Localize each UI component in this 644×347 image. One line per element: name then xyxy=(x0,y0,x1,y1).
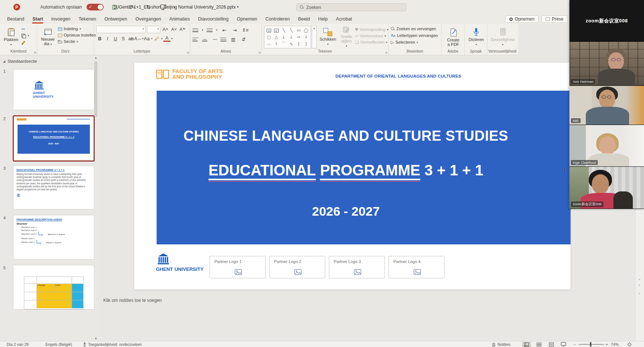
textbox-shape-icon[interactable]: A xyxy=(267,29,271,32)
paste-button[interactable]: Plakken▾ xyxy=(2,26,20,49)
curve-shape-icon[interactable]: ∿ xyxy=(289,41,293,46)
font-size-combo[interactable] xyxy=(147,26,160,33)
zoom-room-header-tile[interactable]: zoom新会议室008 xyxy=(569,0,644,42)
tab-controleren[interactable]: Controleren xyxy=(261,15,294,23)
language-indicator[interactable]: Engels (België) xyxy=(45,341,72,347)
participant-video-room008[interactable]: zoom新会议室008 xyxy=(569,167,644,209)
next-slide-icon[interactable]: ⌄ xyxy=(635,291,644,295)
zoom-slider-thumb[interactable] xyxy=(590,342,591,347)
accessibility-status[interactable]: Toegankelijkheid: onderzoeken xyxy=(83,341,142,347)
right-brace-shape-icon[interactable]: } xyxy=(305,41,307,46)
slide-canvas[interactable]: FACULTY OF ARTSAND PHILOSOPHY DEPARTMENT… xyxy=(134,63,571,290)
bullets-button[interactable] xyxy=(192,28,198,32)
participant-video-nie[interactable]: NIE xyxy=(569,86,644,125)
text-shadow-button[interactable]: S xyxy=(120,35,127,42)
slide-counter[interactable]: Dia 2 van 29 xyxy=(7,341,29,347)
layout-button[interactable]: Indeling▾ xyxy=(58,26,96,31)
zoom-level[interactable]: 74% xyxy=(611,341,619,347)
arc-shape-icon[interactable]: ⌒ xyxy=(282,41,286,46)
dictate-button[interactable]: Dicteren▾ xyxy=(467,26,486,49)
clear-formatting-button[interactable]: A𝆮 xyxy=(179,26,186,33)
character-spacing-button[interactable]: A⇔▾ xyxy=(135,35,142,42)
arrow-shape-icon[interactable]: ╲ xyxy=(290,28,293,32)
freeform-shape-icon[interactable]: ⌓ xyxy=(267,41,271,46)
font-color-button[interactable]: A xyxy=(163,36,170,42)
section-button[interactable]: Sectie▾ xyxy=(58,39,96,44)
slide-thumbnail-4[interactable]: PROGRAMME DESCRIPTION UGENT Structure - … xyxy=(13,215,94,260)
tab-invoegen[interactable]: Invoegen xyxy=(47,15,74,23)
thumbnail-scrollbar[interactable]: ▲ ▼ xyxy=(94,56,98,340)
increase-font-size-button[interactable]: A˄ xyxy=(162,26,169,33)
new-slide-button[interactable]: Nieuwedia ▾ xyxy=(40,26,56,49)
find-replace-button[interactable]: Zoeken en vervangen xyxy=(391,26,440,31)
document-title[interactable]: UGent3+1+1_EN short_Beijing Normal Unive… xyxy=(116,0,239,14)
autosave-toggle[interactable]: ✓ xyxy=(87,0,104,14)
scrollbar-thumb[interactable] xyxy=(94,61,97,117)
notes-toggle-button[interactable]: Notities xyxy=(491,341,511,347)
zoom-meeting-panel[interactable]: zoom新会议室008 Ann Heirman NIE Inge Claerho… xyxy=(569,0,644,209)
align-center-button[interactable] xyxy=(202,37,208,42)
title-text-box[interactable]: CHINESE LANGUAGE AND CULTURE STUDIES EDU… xyxy=(157,91,571,244)
left-brace-shape-icon[interactable]: { xyxy=(298,41,299,46)
scroll-down-icon[interactable]: ⌄ xyxy=(635,277,644,281)
partner-logo-placeholder-4[interactable]: Partner Logo 4 xyxy=(389,256,444,278)
rounded-rectangle-shape-icon[interactable]: ▢ xyxy=(267,35,271,39)
create-pdf-button[interactable]: Createa PDF xyxy=(446,26,461,49)
text-direction-button[interactable]: ⇵ xyxy=(240,36,247,43)
slide-thumbnail-1[interactable]: GHENT UNIVERSITY xyxy=(13,69,94,110)
rectangle-shape-icon[interactable]: ▭ xyxy=(297,28,301,32)
shapes-more-button[interactable]: ▾ xyxy=(312,26,317,49)
shape-fill-button[interactable]: ⛊Vormopvulling▾ xyxy=(355,27,388,32)
elbow-connector-icon[interactable]: 𝘓 xyxy=(283,35,285,39)
slide-sorter-view-button[interactable] xyxy=(534,342,543,347)
underline-button[interactable]: U xyxy=(112,35,119,42)
decrease-indent-button[interactable]: ⇤ xyxy=(221,26,228,34)
slideshow-view-button[interactable] xyxy=(559,342,568,347)
notes-input[interactable]: Klik om notities toe te voegen xyxy=(103,298,162,303)
cut-button[interactable]: ✂ xyxy=(21,26,29,32)
shape-effects-button[interactable]: ❏Vormeffecten▾ xyxy=(355,40,388,45)
oval-shape-icon[interactable]: ◯ xyxy=(304,28,308,32)
tab-bestand[interactable]: Bestand xyxy=(3,15,28,23)
numbering-button[interactable] xyxy=(207,28,213,32)
columns-button[interactable]: ▥ xyxy=(230,36,237,43)
tab-help[interactable]: Help xyxy=(314,15,332,23)
copy-button[interactable]: ▾ xyxy=(21,33,29,38)
elbow-arrow-connector-icon[interactable]: 𝘓 xyxy=(290,35,292,39)
increase-indent-button[interactable]: ⇥ xyxy=(231,26,238,34)
ghent-university-logo[interactable]: GHENT UNIVERSITY xyxy=(156,252,204,272)
tab-start[interactable]: Start xyxy=(28,15,47,23)
justify-button[interactable] xyxy=(220,37,226,42)
tab-animaties[interactable]: Animaties xyxy=(165,15,194,23)
reading-view-button[interactable] xyxy=(547,342,556,347)
section-header[interactable]: ◢ Standaardsectie xyxy=(3,59,37,63)
replace-fonts-button[interactable]: 🗛Lettertypen vervangen xyxy=(391,33,440,38)
slide-thumbnail-5[interactable]: LanguageCulture xyxy=(13,265,94,310)
font-name-combo[interactable] xyxy=(96,26,145,33)
participant-video-inge-claerhout[interactable]: Inge Claerhout xyxy=(569,125,644,167)
change-case-button[interactable]: Aa xyxy=(143,35,150,42)
zoom-slider[interactable] xyxy=(579,344,604,345)
shape-outline-button[interactable]: ▱Vormcontour▾ xyxy=(355,34,388,38)
action-button-shape-icon[interactable]: ▸ xyxy=(274,29,279,32)
normal-view-button[interactable] xyxy=(522,342,531,347)
align-left-button[interactable] xyxy=(192,37,198,42)
slide-thumbnail-3[interactable]: EDUCATIONAL PROGRAMME 3 + 1 + 1 Beijing … xyxy=(13,165,94,209)
previous-slide-icon[interactable]: ⌃ xyxy=(635,284,644,288)
tab-acrobat[interactable]: Acrobat xyxy=(332,15,356,23)
present-button[interactable]: 🖵Prese xyxy=(541,15,568,23)
record-button[interactable]: Opnemen xyxy=(505,15,538,23)
quick-styles-button[interactable]: Snellestijlen ▾ xyxy=(339,26,354,49)
font-dialog-launcher[interactable]: ⇲ xyxy=(186,51,189,54)
partner-logo-placeholder-3[interactable]: Partner Logo 3 xyxy=(329,256,385,278)
scroll-up-icon[interactable]: ▲ xyxy=(94,56,98,59)
scroll-down-icon[interactable]: ▼ xyxy=(94,337,98,340)
search-input[interactable]: Zoeken xyxy=(296,3,406,11)
fit-to-window-button[interactable] xyxy=(627,341,632,347)
slide-thumbnail-2-selected[interactable]: CHINESE LANGUAGE AND CULTURE STUDIES EDU… xyxy=(13,116,94,161)
decrease-font-size-button[interactable]: A˅ xyxy=(170,26,178,33)
department-title[interactable]: DEPARTMENT OF ORIENTAL LANGUAGES AND CUL… xyxy=(134,74,461,78)
strikethrough-button[interactable]: ab xyxy=(128,35,135,42)
line-spacing-button[interactable]: ⇕≡ xyxy=(242,26,249,34)
tab-opnemen[interactable]: Opnemen xyxy=(233,15,261,23)
